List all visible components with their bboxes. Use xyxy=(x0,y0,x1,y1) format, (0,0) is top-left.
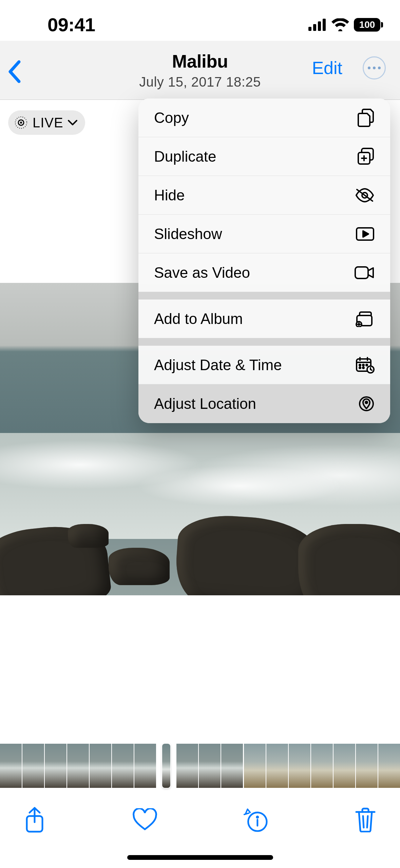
filmstrip-thumb[interactable] xyxy=(334,744,355,788)
menu-item-duplicate[interactable]: Duplicate xyxy=(138,137,390,176)
menu-item-hide[interactable]: Hide xyxy=(138,176,390,215)
filmstrip-thumb[interactable] xyxy=(199,744,221,788)
filmstrip-thumb[interactable] xyxy=(289,744,310,788)
svg-marker-13 xyxy=(363,231,368,237)
svg-rect-3 xyxy=(323,19,326,31)
edit-button[interactable]: Edit xyxy=(312,58,342,78)
delete-button[interactable] xyxy=(352,806,379,833)
cellular-signal-icon xyxy=(308,19,327,31)
menu-item-adjust-location[interactable]: Adjust Location xyxy=(138,384,390,423)
duplicate-icon xyxy=(357,148,375,165)
svg-rect-2 xyxy=(318,21,321,31)
menu-item-label: Add to Album xyxy=(154,310,243,327)
menu-item-label: Hide xyxy=(154,187,185,204)
location-circle-icon xyxy=(358,396,375,412)
svg-rect-0 xyxy=(308,27,311,31)
menu-item-save-as-video[interactable]: Save as Video xyxy=(138,253,390,292)
menu-item-label: Save as Video xyxy=(154,264,250,281)
menu-item-add-to-album[interactable]: Add to Album xyxy=(138,300,390,338)
filmstrip-thumb[interactable] xyxy=(112,744,134,788)
filmstrip-thumb[interactable] xyxy=(134,744,156,788)
favorite-button[interactable] xyxy=(131,806,158,833)
info-button[interactable] xyxy=(242,806,269,833)
live-photo-icon xyxy=(14,115,28,130)
menu-item-copy[interactable]: Copy xyxy=(138,98,390,137)
wifi-icon xyxy=(331,18,349,31)
share-button[interactable] xyxy=(21,806,48,833)
menu-item-label: Slideshow xyxy=(154,225,222,242)
video-icon xyxy=(354,266,375,279)
filmstrip-thumb[interactable] xyxy=(90,744,111,788)
menu-item-label: Adjust Location xyxy=(154,395,256,412)
filmstrip-thumb[interactable] xyxy=(0,744,22,788)
svg-point-35 xyxy=(257,816,258,818)
filmstrip-thumb[interactable] xyxy=(67,744,89,788)
menu-item-slideshow[interactable]: Slideshow xyxy=(138,215,390,253)
filmstrip-thumb[interactable] xyxy=(378,744,400,788)
svg-point-27 xyxy=(363,367,364,368)
filmstrip-thumb[interactable] xyxy=(266,744,288,788)
status-bar: 09:41 100 xyxy=(0,0,400,41)
eye-slash-icon xyxy=(355,188,375,202)
filmstrip-thumb[interactable] xyxy=(311,744,333,788)
context-menu: CopyDuplicateHideSlideshowSave as VideoA… xyxy=(138,98,390,423)
battery-level: 100 xyxy=(359,19,375,30)
battery-indicator: 100 xyxy=(354,18,380,32)
filmstrip-thumb[interactable] xyxy=(22,744,44,788)
photo-filmstrip[interactable] xyxy=(0,744,400,788)
svg-point-24 xyxy=(363,364,364,366)
live-label: LIVE xyxy=(33,115,63,130)
ellipsis-icon xyxy=(368,67,381,69)
svg-point-23 xyxy=(359,364,361,366)
svg-line-37 xyxy=(367,816,368,828)
live-photo-badge[interactable]: LIVE xyxy=(8,110,85,135)
copy-icon xyxy=(358,109,375,127)
filmstrip-thumb[interactable] xyxy=(176,744,198,788)
svg-rect-1 xyxy=(313,24,316,31)
filmstrip-current[interactable] xyxy=(162,744,170,788)
album-add-icon xyxy=(356,311,375,327)
menu-separator xyxy=(138,338,390,346)
svg-rect-14 xyxy=(355,267,368,278)
filmstrip-thumb[interactable] xyxy=(221,744,243,788)
svg-point-25 xyxy=(366,364,367,366)
menu-item-label: Copy xyxy=(154,109,189,126)
svg-point-26 xyxy=(359,367,361,368)
filmstrip-thumb[interactable] xyxy=(356,744,378,788)
play-rect-icon xyxy=(356,227,375,241)
menu-item-adjust-date-time[interactable]: Adjust Date & Time xyxy=(138,346,390,384)
home-indicator[interactable] xyxy=(127,855,273,860)
more-button[interactable] xyxy=(363,56,386,79)
calendar-clock-icon xyxy=(356,357,375,374)
menu-separator xyxy=(138,292,390,300)
status-time: 09:41 xyxy=(47,14,95,36)
svg-point-30 xyxy=(365,401,367,403)
menu-item-label: Adjust Date & Time xyxy=(154,357,282,374)
chevron-down-icon xyxy=(68,119,78,126)
svg-line-36 xyxy=(363,816,364,828)
svg-point-5 xyxy=(20,122,22,124)
status-indicators: 100 xyxy=(308,18,380,32)
filmstrip-thumb[interactable] xyxy=(45,744,66,788)
nav-header: Malibu July 15, 2017 18:25 Edit xyxy=(0,41,400,100)
filmstrip-thumb[interactable] xyxy=(244,744,266,788)
menu-item-label: Duplicate xyxy=(154,148,216,165)
